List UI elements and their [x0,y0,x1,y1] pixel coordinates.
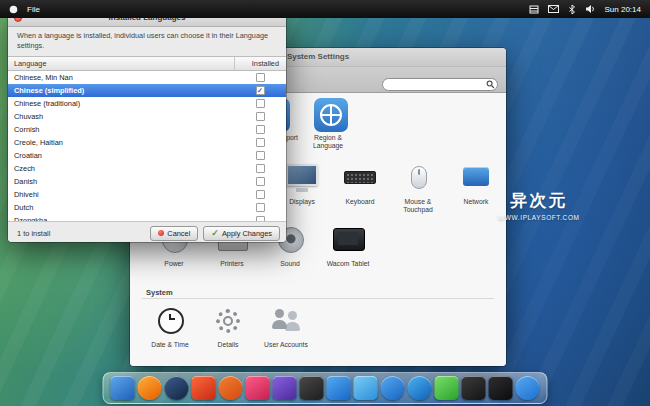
settings-tile-label: Network [448,198,504,206]
settings-tile-label: Wacom Tablet [320,260,376,268]
dock-firefox-icon[interactable] [138,376,162,400]
language-row[interactable]: Creole, Haitian [8,136,286,149]
installed-checkbox[interactable] [234,216,286,221]
installed-checkbox[interactable] [234,99,286,108]
settings-tile-label: Printers [204,260,260,268]
language-row[interactable]: Chinese, Min Nan [8,71,286,84]
menubar-clock[interactable]: Sun 20:14 [605,5,641,14]
settings-tile-label: User Accounts [258,341,314,349]
installed-checkbox[interactable] [234,190,286,199]
dock-app-store-icon[interactable] [381,376,405,400]
settings-tile-label: Power [146,260,202,268]
dock-music-icon[interactable] [246,376,270,400]
settings-tile[interactable]: Region & Language [300,98,356,160]
region-language-icon [314,98,348,132]
installed-checkbox[interactable] [234,177,286,186]
language-row[interactable]: Cornish [8,123,286,136]
mouse-touchpad-icon [398,160,438,196]
language-table-header: Language Installed [8,56,286,71]
language-row[interactable]: Dutch [8,201,286,214]
apply-check-icon: ✓ [211,229,219,238]
language-row[interactable]: Danish [8,175,286,188]
section-divider [142,298,494,299]
dock-smart-speaker-icon[interactable] [489,376,513,400]
dock-help-browser-icon[interactable] [516,376,540,400]
dock-video-player-icon[interactable] [273,376,297,400]
settings-tile[interactable]: Keyboard [332,160,388,222]
mail-icon[interactable] [548,5,559,13]
installed-checkbox[interactable] [234,164,286,173]
desktop: File Sun 20:14 System Settings [0,0,650,406]
cancel-label: Cancel [167,229,190,238]
settings-tile[interactable]: Mouse & Touchpad [390,160,446,222]
settings-tile-label: Keyboard [332,198,388,206]
language-name: Croatian [8,151,234,160]
language-name: Chinese (traditional) [8,99,234,108]
settings-tile[interactable]: Wacom Tablet [320,222,376,284]
dialog-description: When a language is installed, individual… [8,27,286,56]
settings-tile[interactable]: Date & Time [142,303,198,365]
dock-globe-browser-icon[interactable] [165,376,189,400]
settings-row: Displays Keyboard Mouse & Touchpad Netwo… [274,160,506,222]
language-row[interactable]: Dzongkha [8,214,286,221]
details-icon [208,303,248,339]
language-row[interactable]: Czech [8,162,286,175]
dock-finder-icon[interactable] [111,376,135,400]
language-name: Dzongkha [8,216,234,221]
column-installed[interactable]: Installed [234,57,286,70]
language-name: Czech [8,164,234,173]
language-row[interactable]: Dhivehi [8,188,286,201]
installed-checkbox[interactable] [234,151,286,160]
dock-photos-icon[interactable] [300,376,324,400]
language-row[interactable]: Croatian [8,149,286,162]
column-language[interactable]: Language [8,59,234,68]
settings-tile[interactable]: Details [200,303,256,365]
settings-tile[interactable]: User Accounts [258,303,314,365]
installed-checkbox[interactable] [234,112,286,121]
dock-camera-icon[interactable] [462,376,486,400]
watermark: 异次元 WWW.IPLAYSOFT.COM [498,189,580,221]
language-row[interactable]: Chinese (traditional) [8,97,286,110]
language-name: Chinese, Min Nan [8,73,234,82]
cancel-button[interactable]: Cancel [150,226,198,241]
volume-icon[interactable] [585,4,596,14]
language-row[interactable]: Chuvash [8,110,286,123]
bluetooth-icon[interactable] [568,4,576,15]
settings-tile-label: Mouse & Touchpad [390,198,446,214]
language-row[interactable]: Chinese (simplified) [8,84,286,97]
installed-checkbox[interactable] [234,86,286,95]
language-name: Creole, Haitian [8,138,234,147]
settings-tile-label: Region & Language [300,134,356,150]
language-name: Dutch [8,203,234,212]
date-time-icon [150,303,190,339]
system-section-tiles: Date & Time Details User Accounts [142,303,506,365]
os-logo-icon[interactable] [9,5,18,14]
language-list[interactable]: Chinese, Min Nan Chinese (simplified) Ch… [8,71,286,221]
menu-file[interactable]: File [27,5,40,14]
cancel-icon [158,230,164,236]
apply-label: Apply Changes [222,229,272,238]
settings-tile[interactable]: Network [448,160,504,222]
installed-checkbox[interactable] [234,203,286,212]
dock-mail-icon[interactable] [327,376,351,400]
language-name: Chuvash [8,112,234,121]
keyboard-layout-icon[interactable] [529,5,539,14]
dock-safari-icon[interactable] [408,376,432,400]
apply-changes-button[interactable]: ✓ Apply Changes [203,226,280,241]
settings-tile-label: Sound [262,260,318,268]
install-status: 1 to install [14,229,50,238]
language-name: Chinese (simplified) [8,86,234,95]
watermark-title: 异次元 [498,189,580,212]
installed-checkbox[interactable] [234,138,286,147]
installed-checkbox[interactable] [234,73,286,82]
dock-media-player-icon[interactable] [192,376,216,400]
search-input[interactable] [382,78,498,91]
watermark-url: WWW.IPLAYSOFT.COM [498,214,580,221]
settings-tile-label: Details [200,341,256,349]
dock [103,372,548,404]
installed-checkbox[interactable] [234,125,286,134]
dock-weather-icon[interactable] [354,376,378,400]
dock-ubuntu-software-icon[interactable] [219,376,243,400]
language-name: Cornish [8,125,234,134]
dock-messages-icon[interactable] [435,376,459,400]
